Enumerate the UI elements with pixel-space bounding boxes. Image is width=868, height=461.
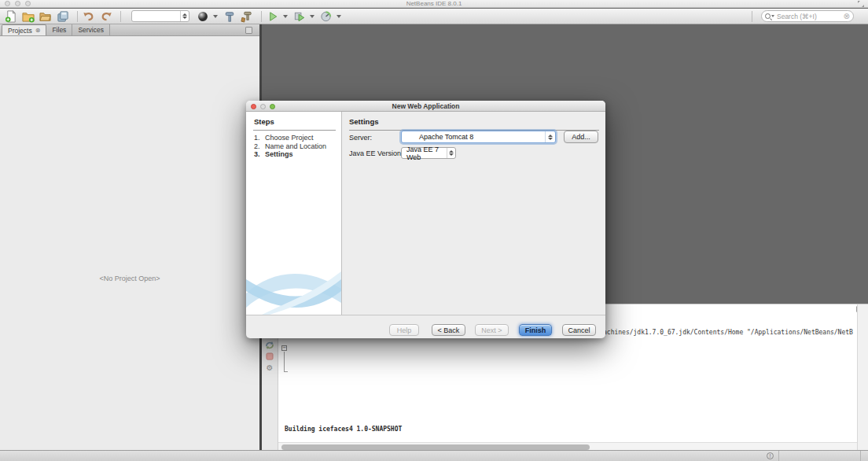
close-dialog-icon[interactable] xyxy=(251,104,256,109)
console-line-list: Building icefaces4 1.0-SNAPSHOT --------… xyxy=(285,393,853,442)
chevron-down-icon[interactable] xyxy=(337,15,341,18)
step-label: Settings xyxy=(265,150,293,159)
dialog-traffic-lights xyxy=(251,104,275,109)
step-number: 2. xyxy=(254,142,265,151)
output-vertical-scrollbar[interactable] xyxy=(857,304,868,451)
projects-panel[interactable]: <No Project Open> xyxy=(0,36,259,450)
back-button[interactable]: < Back xyxy=(432,324,465,336)
statusbar-divider xyxy=(778,451,779,461)
chevron-down-icon[interactable] xyxy=(213,15,218,18)
wizard-step: 2.Name and Location xyxy=(254,142,326,151)
server-combobox[interactable]: Apache Tomcat 8 xyxy=(401,131,556,143)
wizard-step: 3.Settings xyxy=(254,150,326,159)
javaee-version-label: Java EE Version: xyxy=(349,149,403,157)
statusbar-divider xyxy=(860,451,861,461)
finish-button[interactable]: Finish xyxy=(519,324,552,336)
wizard-steps-panel: Steps 1.Choose Project 2.Name and Locati… xyxy=(246,112,342,315)
globe-icon[interactable] xyxy=(196,9,210,24)
stop-build-icon[interactable] xyxy=(264,352,275,361)
server-label: Server: xyxy=(349,134,372,142)
save-all-icon[interactable] xyxy=(56,9,70,24)
console-line: Building icefaces4 1.0-SNAPSHOT xyxy=(285,426,853,433)
steps-header-rule xyxy=(253,130,336,131)
undo-icon[interactable] xyxy=(82,9,96,24)
fold-collapse-icon[interactable]: − xyxy=(281,345,287,351)
settings-header: Settings xyxy=(349,117,378,126)
tab-files[interactable]: Files xyxy=(46,24,72,35)
javaee-version-value: Java EE 7 Web xyxy=(402,146,447,161)
combobox-stepper-icon xyxy=(447,148,455,158)
notifications-icon[interactable]: ! xyxy=(767,452,774,459)
wizard-steps-list: 1.Choose Project 2.Name and Location 3.S… xyxy=(254,134,326,159)
steps-header: Steps xyxy=(254,117,274,126)
dialog-titlebar[interactable]: New Web Application xyxy=(246,101,605,112)
search-icon xyxy=(765,13,771,19)
new-project-icon[interactable] xyxy=(21,9,35,24)
fullscreen-icon[interactable] xyxy=(858,1,864,7)
combobox-stepper-icon xyxy=(545,131,555,142)
next-button[interactable]: Next > xyxy=(475,324,509,336)
step-label: Name and Location xyxy=(265,142,326,151)
zoom-window-icon[interactable] xyxy=(25,1,31,6)
clear-search-icon[interactable]: ⊗ xyxy=(844,13,850,20)
cancel-button[interactable]: Cancel xyxy=(562,324,596,336)
wizard-content-panel: Settings Server: Apache Tomcat 8 Add... … xyxy=(343,112,605,315)
step-label: Choose Project xyxy=(265,134,314,142)
search-input[interactable] xyxy=(777,13,844,20)
dialog-button-bar: Help < Back Next > Finish Cancel xyxy=(246,315,605,338)
chevron-down-icon[interactable] xyxy=(283,15,288,18)
wizard-step: 1.Choose Project xyxy=(254,134,326,142)
help-button[interactable]: Help xyxy=(389,324,419,336)
step-number: 3. xyxy=(254,150,265,159)
fold-guide-line xyxy=(284,352,288,372)
minimize-window-icon[interactable] xyxy=(15,1,20,6)
dialog-title: New Web Application xyxy=(246,101,605,112)
toolbar-separator xyxy=(261,11,262,22)
chevron-down-icon[interactable] xyxy=(310,15,314,18)
no-project-open-text: <No Project Open> xyxy=(0,275,259,282)
main-toolbar: ⊗ xyxy=(0,9,868,24)
profile-project-icon[interactable] xyxy=(319,9,333,24)
float-window-icon[interactable] xyxy=(245,27,252,34)
javaee-version-combobox[interactable]: Java EE 7 Web xyxy=(401,147,456,159)
minimize-dialog-icon[interactable] xyxy=(260,104,266,109)
tab-projects[interactable]: Projects ⊗ xyxy=(2,24,46,35)
combobox-stepper-icon xyxy=(180,11,189,21)
navigator-tabstrip: Projects ⊗ Files Services xyxy=(0,24,259,36)
console-hidden-lines xyxy=(285,352,853,377)
window-traffic-lights xyxy=(5,1,31,6)
tab-label: Projects xyxy=(8,27,32,35)
tab-services[interactable]: Services xyxy=(72,24,110,35)
project-configuration-combobox[interactable] xyxy=(131,10,189,22)
clean-build-project-icon[interactable] xyxy=(240,9,254,24)
window-titlebar: NetBeans IDE 8.0.1 xyxy=(0,0,868,8)
options-gears-icon[interactable]: ⚙ xyxy=(264,363,275,372)
scrollbar-thumb[interactable] xyxy=(281,444,590,450)
toolbar-separator xyxy=(120,11,121,22)
close-tab-icon[interactable]: ⊗ xyxy=(35,27,41,34)
rerun-build-icon[interactable] xyxy=(264,341,275,350)
toolbar-separator xyxy=(752,11,752,22)
add-server-button[interactable]: Add... xyxy=(564,131,598,143)
debug-project-icon[interactable] xyxy=(292,9,307,24)
run-project-icon[interactable] xyxy=(266,9,280,24)
wizard-watermark-image xyxy=(246,256,341,315)
redo-icon[interactable] xyxy=(99,9,113,24)
close-window-icon[interactable] xyxy=(5,1,10,6)
status-bar: ! xyxy=(0,450,868,461)
search-scope-caret-icon[interactable] xyxy=(771,15,774,17)
new-web-application-dialog: New Web Application Steps 1.Choose Proje… xyxy=(246,101,605,338)
server-value: Apache Tomcat 8 xyxy=(402,133,473,141)
tab-label: Files xyxy=(52,26,66,34)
toolbar-separator xyxy=(77,11,78,22)
step-number: 1. xyxy=(254,134,265,142)
tab-label: Services xyxy=(78,26,104,34)
zoom-dialog-icon[interactable] xyxy=(270,104,275,109)
quick-search-box[interactable]: ⊗ xyxy=(761,10,854,22)
build-project-icon[interactable] xyxy=(223,9,237,24)
window-title: NetBeans IDE 8.0.1 xyxy=(0,0,868,8)
open-project-icon[interactable] xyxy=(39,9,53,24)
new-file-icon[interactable] xyxy=(4,9,18,24)
